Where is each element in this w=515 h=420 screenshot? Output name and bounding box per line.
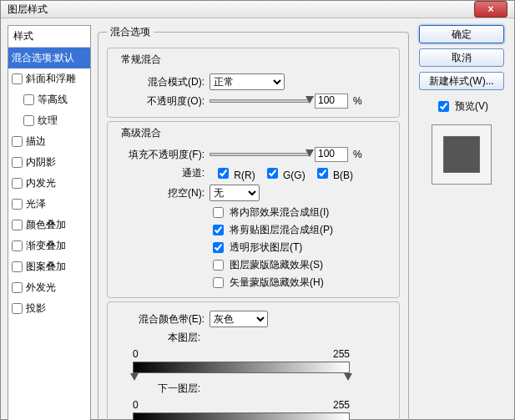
sidebar-item[interactable]: 内阴影 [8, 152, 90, 173]
option-checkbox[interactable] [213, 207, 224, 218]
channel-b-checkbox[interactable] [317, 168, 328, 179]
sidebar-item-label: 混合选项:默认 [12, 51, 74, 65]
gradient-stop-icon[interactable] [344, 373, 352, 381]
advanced-blend-group: 高级混合 填充不透明度(F): 100 % 通道: R(R) G(G) B(B) [107, 121, 400, 298]
advanced-option[interactable]: 透明形状图层(T) [210, 240, 394, 256]
styles-sidebar: 样式 混合选项:默认斜面和浮雕等高线纹理描边内阴影内发光光泽颜色叠加渐变叠加图案… [8, 25, 91, 420]
channel-g-checkbox[interactable] [267, 168, 278, 179]
option-label: 将内部效果混合成组(I) [230, 205, 329, 220]
preview-label: 预览(V) [455, 99, 488, 114]
option-checkbox[interactable] [213, 242, 224, 253]
slider-thumb-icon [305, 96, 314, 104]
sidebar-item-label: 外发光 [26, 281, 56, 295]
sidebar-item[interactable]: 等高线 [8, 89, 90, 110]
style-checkbox[interactable] [23, 94, 34, 105]
advanced-option[interactable]: 将剪贴图层混合成组(P) [210, 222, 394, 238]
percent-label: % [353, 149, 362, 160]
advanced-option[interactable]: 将内部效果混合成组(I) [210, 205, 394, 220]
advanced-option[interactable]: 矢量蒙版隐藏效果(H) [210, 275, 394, 291]
fill-opacity-value[interactable]: 100 [315, 147, 348, 162]
style-checkbox[interactable] [12, 199, 23, 210]
option-label: 将剪贴图层混合成组(P) [230, 223, 333, 237]
preview-box [432, 124, 492, 185]
option-label: 透明形状图层(T) [230, 240, 302, 255]
style-checkbox[interactable] [12, 157, 23, 168]
advanced-blend-title: 高级混合 [118, 126, 164, 140]
under-layer-gradient[interactable] [133, 412, 350, 420]
this-layer-gradient[interactable] [133, 362, 350, 373]
blend-if-select[interactable]: 灰色 [210, 311, 268, 327]
preview-checkbox[interactable] [438, 101, 449, 112]
blend-mode-label: 混合模式(D): [113, 75, 204, 89]
opacity-slider[interactable] [210, 99, 310, 103]
gradient-stop-icon[interactable] [130, 373, 139, 381]
sidebar-item[interactable]: 混合选项:默认 [8, 48, 90, 68]
blend-mode-select[interactable]: 正常 [210, 73, 285, 90]
sidebar-header: 样式 [8, 26, 90, 48]
sidebar-item[interactable]: 颜色叠加 [8, 215, 90, 235]
new-style-button[interactable]: 新建样式(W)... [419, 72, 504, 90]
under-lo: 0 [133, 399, 333, 411]
option-checkbox[interactable] [213, 277, 224, 288]
sidebar-item[interactable]: 纹理 [8, 110, 90, 131]
this-hi: 255 [333, 348, 350, 360]
this-lo: 0 [133, 348, 333, 360]
sidebar-item[interactable]: 投影 [8, 298, 90, 319]
option-checkbox[interactable] [213, 225, 224, 235]
channel-g[interactable]: G(G) [264, 165, 305, 181]
sidebar-item-label: 等高线 [38, 93, 68, 107]
style-checkbox[interactable] [12, 303, 23, 314]
sidebar-item-label: 斜面和浮雕 [26, 72, 76, 86]
sidebar-item[interactable]: 描边 [8, 131, 90, 152]
sidebar-item[interactable]: 渐变叠加 [8, 235, 90, 256]
percent-label: % [353, 95, 362, 107]
knockout-label: 挖空(N): [113, 186, 204, 200]
preview-toggle[interactable]: 预览(V) [435, 99, 488, 114]
channel-r[interactable]: R(R) [215, 165, 255, 181]
blend-if-group: 混合颜色带(E): 灰色 本图层: 0255 下一图层: 0255 [107, 301, 400, 420]
close-button[interactable]: × [474, 1, 507, 18]
sidebar-item[interactable]: 光泽 [8, 194, 90, 215]
sidebar-item-label: 纹理 [38, 114, 58, 128]
slider-thumb-icon [305, 149, 314, 157]
sidebar-item-label: 图案叠加 [26, 260, 66, 274]
sidebar-item-label: 内阴影 [26, 155, 56, 170]
channels-label: 通道: [113, 166, 204, 180]
sidebar-item[interactable]: 斜面和浮雕 [8, 68, 90, 89]
knockout-select[interactable]: 无 [210, 185, 260, 201]
style-checkbox[interactable] [12, 261, 23, 272]
opacity-label: 不透明度(O): [113, 94, 204, 109]
advanced-option[interactable]: 图层蒙版隐藏效果(S) [210, 257, 394, 273]
sidebar-item[interactable]: 图案叠加 [8, 256, 90, 277]
sidebar-item-label: 光泽 [26, 197, 46, 211]
opacity-value[interactable]: 100 [315, 94, 348, 109]
sidebar-item[interactable]: 外发光 [8, 277, 90, 298]
option-label: 矢量蒙版隐藏效果(H) [230, 276, 324, 290]
sidebar-item[interactable]: 内发光 [8, 173, 90, 194]
blend-options-group: 混合选项 常规混合 混合模式(D): 正常 不透明度(O): 100 % [98, 25, 409, 420]
style-checkbox[interactable] [12, 282, 23, 293]
cancel-button[interactable]: 取消 [419, 48, 504, 67]
style-checkbox[interactable] [23, 115, 34, 126]
general-blend-group: 常规混合 混合模式(D): 正常 不透明度(O): 100 % [107, 48, 400, 118]
fill-opacity-label: 填充不透明度(F): [113, 148, 204, 162]
channel-b[interactable]: B(B) [314, 165, 353, 181]
sidebar-item-label: 描边 [26, 134, 46, 149]
style-checkbox[interactable] [12, 136, 23, 147]
sidebar-item-label: 投影 [26, 301, 46, 316]
option-checkbox[interactable] [213, 260, 224, 271]
sidebar-item-label: 内发光 [26, 176, 56, 190]
style-checkbox[interactable] [12, 178, 23, 189]
blend-options-title: 混合选项 [107, 25, 154, 39]
under-hi: 255 [333, 399, 350, 411]
style-checkbox[interactable] [12, 220, 23, 230]
sidebar-item-label: 颜色叠加 [26, 218, 66, 232]
sidebar-item-label: 渐变叠加 [26, 239, 66, 253]
titlebar: 图层样式 × [1, 1, 514, 18]
style-checkbox[interactable] [12, 73, 23, 84]
ok-button[interactable]: 确定 [419, 25, 504, 43]
channel-r-checkbox[interactable] [218, 168, 229, 179]
style-checkbox[interactable] [12, 240, 23, 251]
under-layer-label: 下一图层: [146, 382, 200, 396]
fill-opacity-slider[interactable] [210, 153, 310, 156]
